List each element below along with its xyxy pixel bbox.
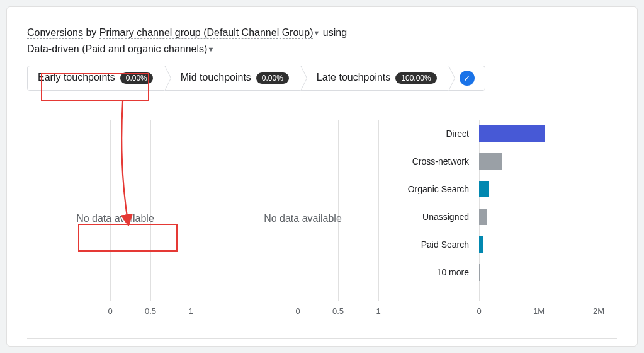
gridline [298,120,298,301]
stage-label: Mid touchpoints [181,72,251,84]
divider [27,338,617,339]
chevron-down-icon[interactable]: ▼ [313,28,320,39]
stage-badge: 100.00% [395,72,436,84]
attribution-card: Conversions by Primary channel group (De… [6,6,638,347]
x-tick: 0.5 [332,306,344,316]
bar[interactable] [479,153,502,170]
x-tick: 0 [108,306,112,316]
x-tick: 0 [477,306,481,316]
bar-label: 10 more [402,267,477,277]
x-tick: 1 [376,306,380,316]
chevron-down-icon[interactable]: ▼ [207,44,214,55]
x-tick: 2M [593,306,604,316]
chart-late: DirectCross-networkOrganic SearchUnassig… [402,120,617,301]
bar-row: Paid Search [402,231,617,258]
primary-channel-dropdown[interactable]: Primary channel group (Default Channel G… [99,27,314,39]
stage-late[interactable]: Late touchpoints 100.00% [301,66,449,91]
chart-early: No data available 0 0.5 1 [27,120,203,301]
bar-label: Direct [402,129,477,139]
gridline [338,120,339,301]
touchpoint-stages: Early touchpoints 0.00% Mid touchpoints … [27,66,617,91]
x-tick: 0 [295,306,300,316]
stage-badge: 0.00% [120,72,153,84]
bar-row: Direct [402,120,617,148]
stage-badge: 0.00% [256,72,289,84]
bar[interactable] [479,209,487,225]
bar-row: Cross-network [402,148,617,175]
check-icon: ✓ [460,71,475,86]
no-data-text: No data available [215,213,391,224]
gridline [150,120,151,301]
x-tick: 0.5 [145,306,156,316]
using-text: using [320,27,347,38]
stage-mid[interactable]: Mid touchpoints 0.00% [165,66,301,91]
header-line2: Data-driven (Paid and organic channels)▼ [27,41,617,57]
bar[interactable] [479,125,545,142]
gridline [110,120,111,301]
bar-row: Organic Search [402,175,617,203]
chart-mid: No data available 0 0.5 1 [215,120,391,301]
gridline [191,120,191,301]
conversions-link[interactable]: Conversions [27,27,83,39]
bar-row: 10 more [402,258,617,286]
bar-label: Paid Search [402,240,477,250]
header-line1: Conversions by Primary channel group (De… [27,25,617,41]
stage-early[interactable]: Early touchpoints 0.00% [27,66,165,91]
bar-label: Organic Search [402,184,477,194]
charts-row: No data available 0 0.5 1 No data availa… [27,120,617,301]
bar[interactable] [479,236,483,253]
by-text: by [83,27,99,38]
bar[interactable] [479,181,489,197]
no-data-text: No data available [27,213,203,224]
bar-label: Cross-network [402,156,477,166]
gridline [378,120,379,301]
bar-row: Unassigned [402,203,617,231]
late-bars: DirectCross-networkOrganic SearchUnassig… [402,120,617,301]
stage-label: Early touchpoints [38,72,115,84]
bar-label: Unassigned [402,212,477,222]
bar[interactable] [479,264,480,281]
x-tick: 1 [188,306,193,316]
stage-label: Late touchpoints [317,72,390,84]
model-dropdown[interactable]: Data-driven (Paid and organic channels) [27,43,207,55]
x-tick: 1M [533,306,545,316]
